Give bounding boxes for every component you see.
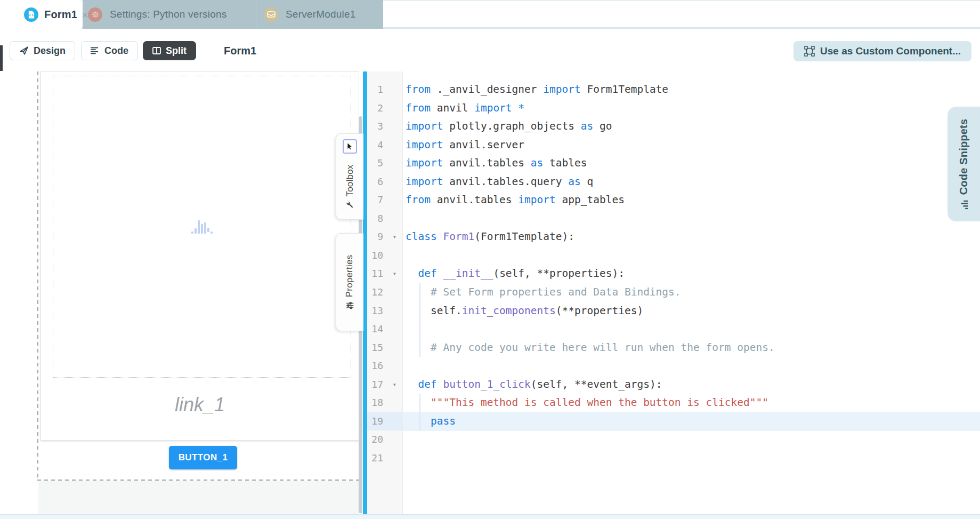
link-component[interactable]: link_1 (41, 394, 359, 416)
bottom-strip (0, 514, 980, 519)
code-snippets-label: Code Snippets (958, 119, 970, 195)
code-line[interactable]: pass (403, 412, 980, 431)
code-line[interactable]: def button_1_click(self, **event_args): (403, 376, 980, 394)
cursor-arrow-icon (347, 143, 353, 150)
line-number: 7 (367, 191, 402, 210)
button-component[interactable]: BUTTON_1 (169, 446, 237, 469)
inactive-tab-group: Settings: Python versions ServerModule1 (83, 0, 383, 29)
code-lines[interactable]: from ._anvil_designer import Form1Templa… (403, 71, 980, 514)
split-pane-icon (152, 47, 161, 54)
line-number: 20 (367, 430, 402, 449)
toolbox-side-tab[interactable]: Toolbox (336, 133, 363, 220)
line-number: 4 (367, 136, 402, 155)
properties-side-tab[interactable]: Properties (336, 233, 363, 331)
line-number: 13 (367, 302, 402, 321)
line-number: 9▾ (367, 228, 402, 246)
code-line[interactable]: self.init_components(**properties) (403, 302, 980, 321)
code-line[interactable]: """This method is called when the button… (403, 394, 980, 412)
code-editor[interactable]: 123456789▾1011▾121314151617▾18192021 fro… (367, 71, 980, 514)
line-number: 10 (367, 246, 402, 265)
tab-settings-python-versions[interactable]: Settings: Python versions (83, 0, 256, 29)
design-canvas[interactable]: link_1 BUTTON_1 (0, 71, 359, 514)
code-line[interactable] (403, 246, 980, 265)
form-title: Form1 (224, 41, 256, 60)
line-number: 19 (367, 412, 402, 431)
use-as-custom-component-label: Use as Custom Component... (820, 45, 961, 57)
design-button-label: Design (34, 45, 66, 57)
snippets-chart-icon (960, 200, 968, 209)
use-as-custom-component-button[interactable]: Use as Custom Component... (793, 41, 971, 61)
tab-form1-label: Form1 (44, 9, 77, 21)
wrench-icon (346, 201, 354, 209)
left-edge-accent (0, 45, 3, 71)
code-line[interactable] (403, 430, 980, 449)
form-file-icon (24, 7, 38, 22)
line-number: 1 (367, 81, 402, 99)
line-number: 8 (367, 210, 402, 228)
line-number: 6 (367, 173, 402, 191)
fold-arrow-icon[interactable]: ▾ (393, 228, 396, 246)
code-line[interactable] (403, 210, 980, 228)
code-line[interactable]: from anvil import * (403, 99, 980, 118)
line-number: 11▾ (367, 265, 402, 283)
anvil-ide-window: Form1 × Settings: Python versions Server… (0, 0, 980, 519)
split-divider-handle[interactable] (363, 71, 367, 514)
plot-chart-icon (191, 219, 213, 234)
tab-form1[interactable]: Form1 × (0, 0, 82, 29)
line-number: 2 (367, 99, 402, 118)
code-lines-icon (91, 47, 100, 54)
line-number: 16 (367, 357, 402, 376)
line-number: 21 (367, 449, 402, 468)
code-line[interactable]: def __init__(self, **properties): (403, 265, 980, 283)
gutter: 123456789▾1011▾121314151617▾18192021 (367, 71, 403, 514)
select-tool-button[interactable] (343, 139, 357, 154)
container-dashed-border-left (37, 71, 38, 480)
code-snippets-tab[interactable]: Code Snippets (947, 107, 980, 221)
fold-arrow-icon[interactable]: ▾ (393, 265, 396, 283)
design-view-button[interactable]: Design (10, 41, 75, 60)
tab-servermodule1[interactable]: ServerModule1 (256, 0, 383, 29)
line-number: 12 (367, 283, 402, 302)
sliders-icon (346, 301, 354, 309)
plot-component-placeholder[interactable] (53, 76, 351, 378)
code-line[interactable]: import plotly.graph_objects as go (403, 117, 980, 136)
open-tabs-bar: Form1 × Settings: Python versions Server… (0, 0, 980, 29)
toolbox-tab-label: Toolbox (345, 165, 355, 197)
fold-arrow-icon[interactable]: ▾ (393, 376, 396, 394)
gear-icon (88, 7, 102, 22)
code-line[interactable]: # Any code you write here will run when … (403, 339, 980, 357)
code-view-button[interactable]: Code (81, 41, 138, 60)
code-line[interactable] (403, 320, 980, 339)
design-paper-plane-icon (19, 46, 29, 55)
line-number: 3 (367, 117, 402, 136)
line-number: 18 (367, 394, 402, 412)
code-line[interactable]: from anvil.tables import app_tables (403, 191, 980, 210)
code-line[interactable]: from ._anvil_designer import Form1Templa… (403, 81, 980, 99)
close-tab-icon[interactable]: × (82, 9, 88, 20)
view-toolbar: Design Code Split Form1 Use as Custom Co… (0, 29, 980, 71)
code-line[interactable]: import anvil.server (403, 136, 980, 155)
line-number: 17▾ (367, 376, 402, 394)
code-line[interactable]: import anvil.tables as tables (403, 154, 980, 173)
line-number: 15 (367, 339, 402, 357)
code-line[interactable] (403, 357, 980, 376)
split-workspace: link_1 BUTTON_1 Toolbox (0, 71, 980, 514)
code-line[interactable]: import anvil.tables.query as q (403, 173, 980, 191)
code-line[interactable]: # Set Form properties and Data Bindings. (403, 283, 980, 302)
split-button-label: Split (166, 45, 187, 57)
server-module-icon (264, 7, 278, 22)
line-number: 5 (367, 154, 402, 173)
code-button-label: Code (104, 45, 128, 57)
code-line[interactable] (403, 449, 980, 468)
custom-component-transform-icon (804, 46, 815, 57)
canvas-drop-area[interactable] (38, 481, 359, 514)
split-view-button[interactable]: Split (143, 41, 196, 60)
properties-tab-label: Properties (345, 255, 355, 297)
tab-settings-label: Settings: Python versions (110, 9, 226, 20)
code-line[interactable]: class Form1(Form1Template): (403, 228, 980, 246)
form-canvas-card[interactable]: link_1 (41, 71, 359, 441)
tab-server-label: ServerModule1 (286, 9, 355, 20)
line-number: 14 (367, 320, 402, 339)
